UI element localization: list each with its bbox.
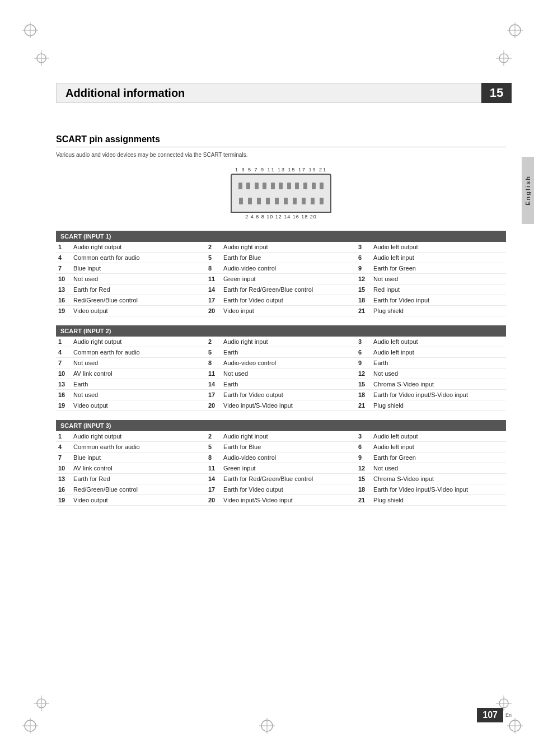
- section-subtitle: Various audio and video devices may be c…: [56, 152, 506, 158]
- scart-table-3: SCART (INPUT 3)1Audio right output2Audio…: [56, 420, 506, 506]
- pin: [303, 183, 307, 189]
- table-row: 7Not used8Audio-video control9Earth: [56, 358, 506, 368]
- chapter-header: Additional information 15: [56, 83, 512, 103]
- pin-row-bottom: [236, 198, 326, 204]
- pin: [263, 183, 266, 189]
- table-row: 10AV link control11Green input12Not used: [56, 463, 506, 474]
- pin: [320, 198, 324, 204]
- table-row: 19Video output20Video input/S-Video inpu…: [56, 400, 506, 411]
- footer: 107 En: [477, 708, 512, 722]
- pin: [295, 183, 299, 189]
- scart-table-2: SCART (INPUT 2)1Audio right output2Audio…: [56, 325, 506, 411]
- section-title: SCART pin assignments: [56, 134, 506, 147]
- table-row: 16Red/Green/Blue control17Earth for Vide…: [56, 484, 506, 495]
- table-row: 13Earth for Red14Earth for Red/Green/Blu…: [56, 474, 506, 484]
- table-row: 1Audio right output2Audio right input3Au…: [56, 431, 506, 442]
- page-number: 107: [477, 708, 503, 722]
- pin: [302, 198, 306, 204]
- pin: [248, 198, 252, 204]
- reg-mark-tr2: [496, 50, 512, 66]
- pin: [284, 198, 288, 204]
- table-row: 16Red/Green/Blue control17Earth for Vide…: [56, 295, 506, 306]
- reg-mark-tr: [507, 22, 523, 38]
- table-row: 19Video output20Video input21Plug shield: [56, 306, 506, 316]
- pin: [279, 183, 283, 189]
- reg-mark-bc: [259, 718, 275, 734]
- reg-mark-bl2: [34, 696, 49, 711]
- table-row: 4Common earth for audio5Earth6Audio left…: [56, 347, 506, 358]
- page-sub: En: [505, 712, 512, 718]
- pin: [246, 183, 250, 189]
- scart-table-1: SCART (INPUT 1)1Audio right output2Audio…: [56, 231, 506, 316]
- language-side-tab: English: [522, 157, 534, 224]
- pin: [239, 198, 243, 204]
- pin: [271, 183, 275, 189]
- table-row: 19Video output20Video input/S-Video inpu…: [56, 495, 506, 506]
- reg-mark-bl: [22, 718, 38, 734]
- pin: [320, 183, 324, 189]
- reg-mark-tl: [22, 22, 38, 38]
- main-content: SCART pin assignments Various audio and …: [56, 123, 506, 700]
- chapter-title-box: Additional information: [56, 83, 481, 103]
- scart-numbers-top: 1 3 5 7 9 11 13 15 17 19 21: [235, 167, 327, 172]
- table-row: 7Blue input8Audio-video control9Earth fo…: [56, 263, 506, 274]
- scart-diagram: 1 3 5 7 9 11 13 15 17 19 21: [56, 167, 506, 220]
- chapter-number-box: 15: [481, 83, 512, 103]
- pin: [255, 183, 259, 189]
- pin: [257, 198, 261, 204]
- pin: [238, 183, 242, 189]
- table-row: 13Earth14Earth15Chroma S-Video input: [56, 379, 506, 390]
- table-row: 7Blue input8Audio-video control9Earth fo…: [56, 452, 506, 463]
- pin: [287, 183, 291, 189]
- table-row: 13Earth for Red14Earth for Red/Green/Blu…: [56, 284, 506, 295]
- scart-numbers-bottom: 2 4 6 8 10 12 14 16 18 20: [245, 214, 317, 220]
- scart-plug: [231, 174, 331, 213]
- table-row: 4Common earth for audio5Earth for Blue6A…: [56, 253, 506, 263]
- table-row: 4Common earth for audio5Earth for Blue6A…: [56, 442, 506, 452]
- reg-mark-tl2: [34, 50, 49, 66]
- table-row: 16Not used17Earth for Video output18Eart…: [56, 390, 506, 400]
- chapter-title: Additional information: [65, 87, 185, 100]
- table-row: 10Not used11Green input12Not used: [56, 274, 506, 284]
- table-row: 1Audio right output2Audio right input3Au…: [56, 242, 506, 253]
- pin: [311, 198, 315, 204]
- pin: [312, 183, 316, 189]
- pin: [275, 198, 279, 204]
- pin: [266, 198, 270, 204]
- pin: [293, 198, 297, 204]
- pin-row-top: [236, 183, 326, 189]
- table-row: 1Audio right output2Audio right input3Au…: [56, 337, 506, 347]
- chapter-number: 15: [490, 86, 503, 100]
- language-label: English: [524, 175, 531, 206]
- scart-tables-container: SCART (INPUT 1)1Audio right output2Audio…: [56, 231, 506, 506]
- table-row: 10AV link control11Not used12Not used: [56, 368, 506, 379]
